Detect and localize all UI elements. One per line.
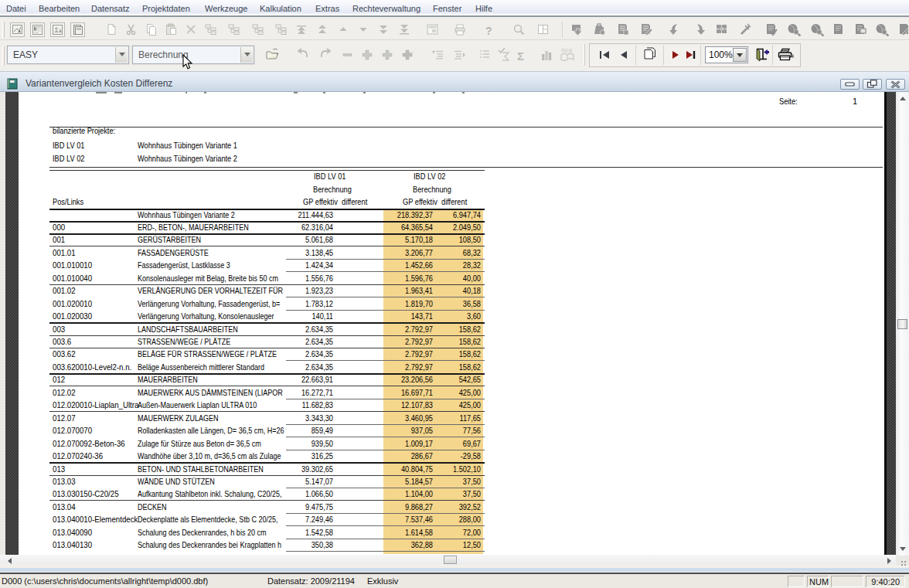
- svg-text:REB: REB: [561, 48, 573, 53]
